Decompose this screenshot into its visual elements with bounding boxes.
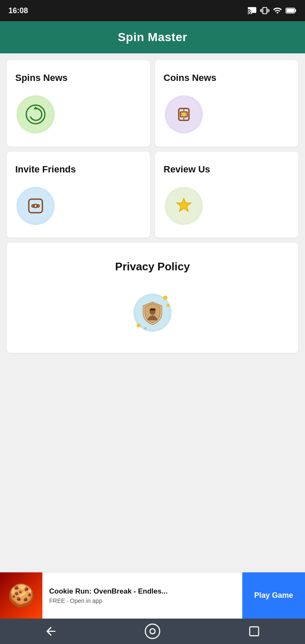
cards-grid: Spins News: [7, 60, 298, 238]
coins-icon: [173, 103, 195, 125]
spins-icon-container: [15, 94, 55, 135]
review-icon-circle: [165, 187, 203, 225]
nav-recents-button[interactable]: [244, 621, 265, 642]
invite-icon-container: [15, 186, 55, 226]
ad-image: 🍪: [0, 572, 42, 619]
review-us-title: Review Us: [164, 164, 210, 176]
nav-back-button[interactable]: [40, 621, 61, 642]
time-display: 16:08: [8, 6, 28, 15]
play-game-button[interactable]: Play Game: [242, 572, 305, 619]
svg-point-33: [137, 323, 141, 327]
wifi-icon: [273, 6, 282, 15]
svg-marker-30: [177, 198, 191, 211]
coins-news-title: Coins News: [164, 72, 216, 84]
coins-icon-container: [164, 94, 204, 135]
invite-icon-circle: [17, 187, 55, 225]
coins-news-card[interactable]: Coins News: [155, 60, 298, 147]
ad-subtitle: FREE · Open in app: [49, 597, 236, 604]
link-icon: [25, 195, 47, 217]
back-icon: [44, 625, 58, 638]
home-icon: [144, 623, 161, 639]
invite-friends-card[interactable]: Invite Friends: [7, 152, 150, 238]
recents-icon: [248, 625, 260, 637]
svg-point-31: [163, 296, 167, 300]
review-icon-container: [164, 186, 204, 226]
battery-icon: [286, 6, 297, 15]
svg-rect-38: [250, 627, 259, 636]
privacy-icon-container: [129, 289, 176, 336]
svg-point-16: [183, 113, 185, 116]
coins-icon-circle: [165, 95, 203, 133]
svg-point-36: [145, 624, 160, 638]
svg-rect-1: [295, 9, 296, 12]
ad-cookie-character: 🍪: [8, 583, 35, 608]
spins-news-title: Spins News: [15, 72, 67, 84]
invite-friends-title: Invite Friends: [15, 164, 76, 176]
svg-rect-2: [287, 9, 294, 13]
privacy-policy-title: Privacy Policy: [15, 260, 290, 274]
review-us-icon-area: [164, 186, 290, 226]
main-content: Spins News: [0, 53, 305, 644]
privacy-policy-card[interactable]: Privacy Policy: [7, 243, 298, 353]
nav-home-button[interactable]: [142, 621, 163, 642]
nav-bar: [0, 619, 305, 644]
svg-point-34: [144, 327, 147, 330]
svg-rect-23: [29, 199, 42, 213]
review-us-card[interactable]: Review Us: [155, 152, 298, 238]
status-icons: [247, 6, 297, 15]
coins-news-icon-area: [164, 94, 290, 135]
spins-icon: [25, 103, 47, 125]
cast-icon: [247, 6, 257, 15]
spins-icon-circle: [17, 95, 55, 133]
ad-title: Cookie Run: OvenBreak - Endles...: [49, 587, 236, 596]
svg-point-37: [150, 629, 155, 634]
app-header: Spin Master: [0, 21, 305, 53]
status-bar: 16:08: [0, 0, 305, 21]
svg-marker-8: [33, 106, 38, 109]
ad-banner[interactable]: 🍪 Cookie Run: OvenBreak - Endles... FREE…: [0, 572, 305, 619]
svg-point-32: [167, 304, 170, 307]
vibrate-icon: [260, 6, 269, 15]
spins-news-card[interactable]: Spins News: [7, 60, 150, 147]
spins-news-icon-area: [15, 94, 141, 135]
ad-text-area: Cookie Run: OvenBreak - Endles... FREE ·…: [42, 583, 242, 608]
app-title: Spin Master: [118, 31, 187, 44]
invite-friends-icon-area: [15, 186, 141, 226]
star-icon: [173, 195, 195, 217]
